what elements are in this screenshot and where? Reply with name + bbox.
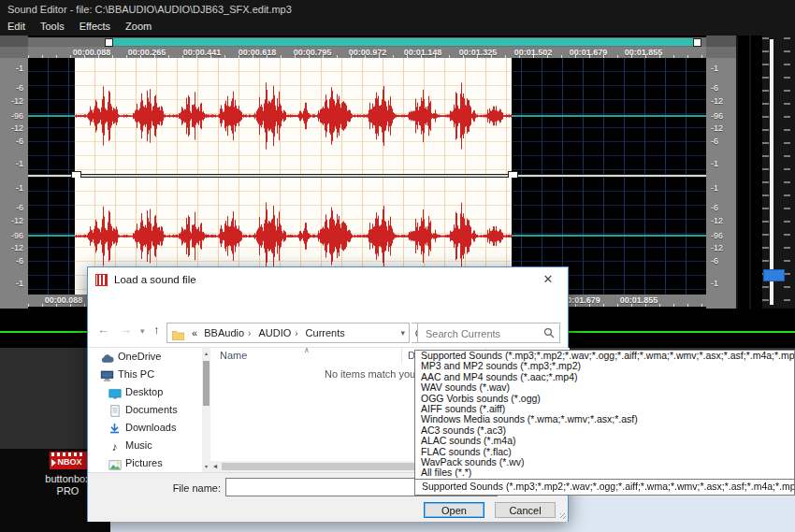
menu-item[interactable]: Edit xyxy=(0,19,33,32)
dialog-navbar: ← → ▾ ↑ « BBAudio›AUDIO›Currents ▾ xyxy=(88,294,568,322)
meter-strip-1 xyxy=(738,36,749,309)
cancel-button[interactable]: Cancel xyxy=(495,502,556,518)
level-slider-panel xyxy=(736,36,795,309)
menu-bar: EditToolsEffectsZoom xyxy=(0,19,795,36)
file-type-combobox[interactable]: Supported Sounds (*.mp3;*.mp2;*.wav;*.og… xyxy=(414,477,795,496)
db-scale-right: -1-6-12-96-12-6-1 -1-6-12-96-12-6-1 xyxy=(706,36,736,309)
db-labels-left-ch2: -1-6-12-96-12-6-1 xyxy=(0,178,28,295)
window-title: Sound Editor - file: C:\BBAUDIO\AUDIO\DJ… xyxy=(0,0,795,19)
dialog-titlebar[interactable]: Load a sound file ✕ xyxy=(88,267,568,294)
app-root: Sound Editor - file: C:\BBAUDIO\AUDIO\DJ… xyxy=(0,0,795,532)
volume-slider-handle[interactable] xyxy=(763,269,785,281)
file-type-option[interactable]: All files (*.*) xyxy=(415,467,794,478)
meter-strip-2 xyxy=(751,36,762,309)
file-type-option[interactable]: ALAC sounds (*.m4a) xyxy=(415,436,794,446)
volume-slider-track[interactable] xyxy=(770,39,773,305)
dialog-title: Load a sound file xyxy=(114,274,196,285)
sidebar-item[interactable]: ♪Music xyxy=(88,437,202,454)
scroll-left-icon[interactable]: ◂ xyxy=(210,462,217,470)
file-type-option[interactable]: WAV sounds (*.wav) xyxy=(415,382,794,393)
file-type-dropdown-list: Supported Sounds (*.mp3;*.mp2;*.wav;*.og… xyxy=(414,350,795,480)
db-labels-left-ch1: -1-6-12-96-12-6-1 xyxy=(0,58,28,174)
menu-item[interactable]: Zoom xyxy=(118,19,159,32)
file-type-option[interactable]: Windows Media sounds (*.wma;*.wmv;*.asx;… xyxy=(415,414,794,424)
file-type-option[interactable]: Supported Sounds (*.mp3;*.mp2;*.wav;*.og… xyxy=(415,351,794,361)
sidebar-scrollbar[interactable]: ▴ ▾ xyxy=(202,348,210,472)
scroll-up-icon[interactable]: ▴ xyxy=(202,348,210,359)
file-type-option[interactable]: MP3 and MP2 sounds (*.mp3;*.mp2) xyxy=(415,361,794,371)
sidebar-item[interactable]: This PC xyxy=(88,366,202,383)
range-start-handle[interactable] xyxy=(105,38,113,47)
places-sidebar: OneDriveThis PCDesktopDocumentsDownloads… xyxy=(88,348,202,472)
dialog-toolbar: Organize ▾ New folder ▾ ? xyxy=(88,322,568,348)
sidebar-item[interactable]: OneDrive xyxy=(88,348,202,366)
waveform-channel-1[interactable] xyxy=(28,58,706,174)
scrollbar-thumb[interactable] xyxy=(203,361,210,406)
menu-item[interactable]: Tools xyxy=(33,19,72,32)
file-type-option[interactable]: AIFF sounds (*.aiff) xyxy=(415,404,794,414)
sidebar-item[interactable]: Desktop xyxy=(88,383,202,401)
time-ruler-top[interactable]: 00:00.08800:00.26500:00.44100:00.61800:0… xyxy=(28,47,706,58)
file-name-label: File name: xyxy=(88,482,221,494)
scroll-down-icon[interactable]: ▾ xyxy=(202,461,210,472)
nbox-badge-icon: NBOX xyxy=(50,452,87,469)
range-end-handle[interactable] xyxy=(693,38,701,47)
column-header-name[interactable]: Name xyxy=(220,350,247,361)
menu-item[interactable]: Effects xyxy=(72,19,118,32)
db-labels-right-ch2: -1-6-12-96-12-6-1 xyxy=(706,178,734,295)
sort-caret-icon: ∧ xyxy=(304,346,310,354)
sidebar-item[interactable]: Documents xyxy=(88,401,202,419)
sidebar-item[interactable]: Pictures xyxy=(88,454,202,472)
resize-grip[interactable] xyxy=(560,513,566,519)
file-type-option[interactable]: WavPack sounds (*.wv) xyxy=(415,457,794,467)
position-scrollbar[interactable] xyxy=(28,37,706,47)
db-labels-right-ch1: -1-6-12-96-12-6-1 xyxy=(706,58,734,174)
sidebar-item[interactable]: Downloads xyxy=(88,419,202,437)
file-type-option[interactable]: FLAC sounds (*.flac) xyxy=(415,447,794,457)
position-range[interactable] xyxy=(105,38,701,46)
db-scale-left: -1-6-12-96-12-6-1 -1-6-12-96-12-6-1 xyxy=(0,36,28,309)
file-type-option[interactable]: AAC and MP4 sounds (*.aac;*.mp4) xyxy=(415,372,794,382)
file-type-option[interactable]: OGG Vorbis sounds (*.ogg) xyxy=(415,394,794,404)
close-icon[interactable]: ✕ xyxy=(528,267,568,292)
open-button[interactable]: Open xyxy=(424,502,484,518)
file-type-option[interactable]: AC3 sounds (*.ac3) xyxy=(415,425,794,436)
sound-file-icon xyxy=(95,274,108,286)
audio-region-ch1[interactable] xyxy=(75,58,512,174)
